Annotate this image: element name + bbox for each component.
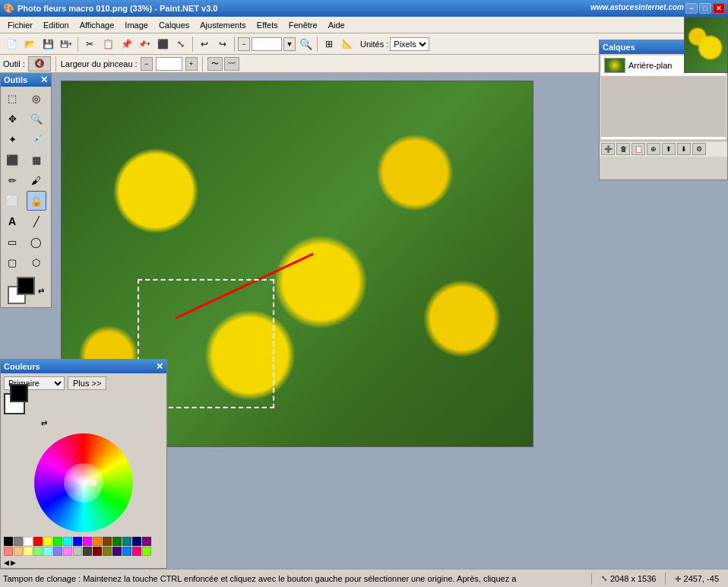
ruler-button[interactable]: 📐 [339, 36, 356, 52]
tool-rounded-rect[interactable]: ▢ [2, 252, 22, 272]
tool-brush[interactable]: 🖌 [27, 170, 46, 190]
brush-width-input[interactable]: 40 [156, 57, 182, 71]
tool-eyedropper[interactable]: 💉 [27, 129, 46, 149]
tool-pencil[interactable]: ✏ [2, 170, 22, 190]
menu-fichier[interactable]: Fichier [3, 19, 37, 31]
palette-red[interactable] [33, 537, 43, 546]
duplicate-layer-button[interactable]: 📋 [631, 143, 645, 155]
menu-effets[interactable]: Effets [252, 19, 283, 31]
palette-light-red[interactable] [4, 547, 13, 556]
palette-blue[interactable] [73, 537, 82, 546]
tool-clone[interactable]: 🔒 [27, 191, 46, 211]
palette-light-blue[interactable] [53, 547, 62, 556]
palette-dark-gray[interactable] [83, 547, 92, 556]
cut-button[interactable]: ✂ [81, 36, 98, 52]
tool-select-lasso[interactable]: ◎ [27, 88, 46, 108]
palette-olive[interactable] [103, 547, 112, 556]
tool-rect-shape[interactable]: ▭ [2, 232, 22, 252]
brush-style-btn[interactable]: 〰 [224, 57, 239, 71]
palette-maroon[interactable] [93, 547, 102, 556]
palette-green[interactable] [53, 537, 62, 546]
copy-button[interactable]: 📋 [100, 36, 116, 52]
add-layer-button[interactable]: ➕ [601, 143, 615, 155]
grid-button[interactable]: ⊞ [321, 36, 337, 52]
close-button[interactable]: ✕ [713, 3, 725, 14]
fg-swatch[interactable] [17, 277, 35, 295]
tool-freeform[interactable]: ⬡ [27, 252, 46, 272]
palette-light-yellow[interactable] [24, 547, 33, 556]
zoom-magnify-button[interactable]: 🔍 [297, 36, 314, 52]
palette-light-magenta[interactable] [63, 547, 72, 556]
tool-magic-wand[interactable]: ✦ [2, 129, 22, 149]
zoom-in-button[interactable]: ▼ [283, 37, 296, 51]
crop-button[interactable]: ⬛ [154, 36, 171, 52]
palette-light-cyan[interactable] [43, 547, 52, 556]
merge-layer-button[interactable]: ⊕ [647, 143, 660, 155]
menu-affichage[interactable]: Affichage [75, 19, 119, 31]
colors-close-button[interactable]: ✕ [156, 361, 163, 372]
menu-calques[interactable]: Calques [154, 19, 194, 31]
palette-dark-green[interactable] [112, 537, 122, 546]
tool-gradient[interactable]: ▦ [27, 150, 46, 170]
paste2-button[interactable]: 📌+ [136, 36, 153, 52]
move-layer-down-button[interactable]: ⬇ [677, 143, 691, 155]
units-select[interactable]: Pixels [390, 37, 429, 51]
swap-fg-bg-button[interactable]: ⇄ [41, 419, 47, 427]
palette-white[interactable] [24, 537, 33, 546]
redo-button[interactable]: ↪ [214, 36, 231, 52]
tool-move[interactable]: ✥ [2, 109, 22, 129]
minimize-button[interactable]: − [685, 3, 698, 14]
palette-magenta[interactable] [83, 537, 92, 546]
tool-select-rect[interactable]: ⬚ [2, 88, 22, 108]
layer-properties-button[interactable]: ⚙ [692, 143, 706, 155]
paste-button[interactable]: 📌 [118, 36, 135, 52]
save-button[interactable]: 💾 [40, 36, 56, 52]
save-as-button[interactable]: 💾+ [58, 36, 74, 52]
tool-zoom[interactable]: 🔍 [27, 109, 46, 129]
resize-button[interactable]: ⤡ [173, 36, 189, 52]
colors-plus-button[interactable]: Plus >> [68, 376, 106, 390]
palette-light-green[interactable] [33, 547, 43, 556]
palette-brown[interactable] [103, 537, 112, 546]
palette-purple[interactable] [142, 537, 151, 546]
tool-paint-bucket[interactable]: ⬛ [2, 150, 22, 170]
open-button[interactable]: 📂 [21, 36, 38, 52]
new-button[interactable]: 📄 [3, 36, 20, 52]
palette-navy[interactable] [132, 537, 141, 546]
tools-close-button[interactable]: ✕ [40, 75, 48, 85]
palette-cyan[interactable] [63, 537, 72, 546]
maximize-button[interactable]: □ [699, 3, 711, 14]
tool-line[interactable]: ╱ [27, 211, 46, 231]
tool-ellipse[interactable]: ◯ [27, 232, 46, 252]
palette-indigo[interactable] [112, 547, 122, 556]
tool-text[interactable]: A [2, 211, 22, 231]
foreground-color-swatch[interactable] [10, 384, 28, 402]
undo-button[interactable]: ↩ [196, 36, 213, 52]
menu-fenetre[interactable]: Fenêtre [284, 19, 322, 31]
brush-shape-btn[interactable]: 〜 [207, 57, 223, 71]
palette-orange[interactable] [93, 537, 102, 546]
palette-teal[interactable] [122, 537, 131, 546]
palette-yellow[interactable] [43, 537, 52, 546]
tool-eraser[interactable]: ⬜ [2, 191, 22, 211]
palette-black[interactable] [4, 537, 13, 546]
menu-edition[interactable]: Edition [39, 19, 74, 31]
palette-gray[interactable] [14, 537, 23, 546]
palette-sky-blue[interactable] [122, 547, 131, 556]
menu-image[interactable]: Image [120, 19, 153, 31]
width-increment[interactable]: + [185, 57, 198, 71]
width-decrement[interactable]: − [141, 57, 153, 71]
menu-aide[interactable]: Aide [324, 19, 350, 31]
palette-silver[interactable] [73, 547, 82, 556]
menu-ajustements[interactable]: Ajustements [195, 19, 251, 31]
palette-pink[interactable] [132, 547, 141, 556]
swap-colors-button[interactable]: ⇄ [38, 287, 44, 295]
colors-title-bar[interactable]: Couleurs ✕ [1, 360, 166, 373]
move-layer-up-button[interactable]: ⬆ [662, 143, 676, 155]
color-wheel[interactable] [34, 433, 133, 532]
zoom-out-button[interactable]: − [238, 37, 250, 51]
delete-layer-button[interactable]: 🗑 [616, 143, 630, 155]
palette-peach[interactable] [14, 547, 23, 556]
palette-lime[interactable] [142, 547, 151, 556]
zoom-input[interactable]: 33% [252, 37, 282, 51]
